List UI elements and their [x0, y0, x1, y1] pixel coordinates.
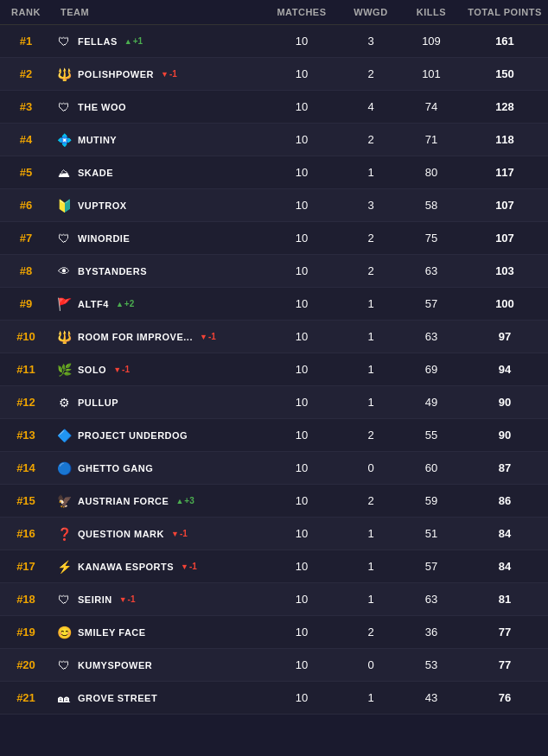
- team-name: GHETTO GANG: [78, 463, 153, 473]
- kills-cell: 55: [401, 429, 462, 442]
- kills-cell: 36: [401, 626, 462, 638]
- team-icon: 🚩: [55, 295, 73, 313]
- table-row[interactable]: #9 🚩 ALTF4 +2 10 1 57 100: [0, 288, 548, 321]
- wwgd-cell: 4: [341, 100, 401, 113]
- table-row[interactable]: #3 🛡 THE WOO 10 4 74 128: [0, 91, 548, 124]
- team-cell: ❓ QUESTION MARK -1: [52, 522, 263, 546]
- kills-cell: 101: [401, 67, 462, 80]
- matches-cell: 10: [263, 35, 341, 48]
- team-cell: 🦅 AUSTRIAN FORCE +3: [52, 489, 263, 513]
- table-row[interactable]: #11 🌿 SOLO -1 10 1 69 94: [0, 353, 548, 386]
- table-row[interactable]: #16 ❓ QUESTION MARK -1 10 1 51 84: [0, 518, 548, 550]
- rank-cell: #17: [0, 560, 52, 573]
- team-icon: 👁: [55, 263, 73, 280]
- team-name: MUTINY: [78, 135, 117, 145]
- table-row[interactable]: #19 😊 SMILEY FACE 10 2 36 77: [0, 616, 548, 649]
- team-name: SMILEY FACE: [78, 627, 146, 638]
- total-points-cell: 94: [462, 363, 548, 376]
- wwgd-cell: 1: [341, 560, 401, 573]
- total-points-cell: 81: [462, 593, 548, 606]
- rank-change-badge: +2: [116, 299, 134, 308]
- matches-cell: 10: [263, 494, 341, 507]
- matches-cell: 10: [263, 658, 341, 671]
- table-row[interactable]: #7 🛡 WINORDIE 10 2 75 107: [0, 222, 548, 255]
- total-points-cell: 84: [462, 560, 548, 573]
- team-icon: 🛡: [55, 33, 73, 50]
- team-cell: 🛡 THE WOO: [52, 95, 263, 119]
- leaderboard-table: RANK TEAM MATCHES WWGD KILLS TOTAL POINT…: [0, 0, 548, 715]
- kills-cell: 63: [401, 264, 462, 277]
- rank-cell: #16: [0, 527, 52, 540]
- total-points-cell: 128: [462, 100, 548, 113]
- table-row[interactable]: #1 🛡 FELLAS +1 10 3 109 161: [0, 25, 548, 58]
- kills-cell: 60: [401, 461, 462, 474]
- wwgd-cell: 1: [341, 527, 401, 540]
- table-row[interactable]: #5 ⛰ SKADE 10 1 80 117: [0, 156, 548, 189]
- team-cell: 🔷 PROJECT UNDERDOG: [52, 423, 263, 448]
- table-row[interactable]: #2 🔱 POLISHPOWER -1 10 2 101 150: [0, 58, 548, 91]
- wwgd-cell: 2: [341, 429, 401, 442]
- total-points-cell: 107: [462, 199, 548, 212]
- team-name: POLISHPOWER: [78, 69, 154, 79]
- team-name: SOLO: [78, 365, 106, 375]
- table-row[interactable]: #4 💠 MUTINY 10 2 71 118: [0, 124, 548, 156]
- team-cell: 🏘 GROVE STREET: [52, 686, 263, 710]
- kills-cell: 43: [401, 691, 462, 704]
- table-row[interactable]: #6 🔰 VUPTROX 10 3 58 107: [0, 189, 548, 222]
- kills-cell: 69: [401, 363, 462, 376]
- total-points-cell: 86: [462, 494, 548, 507]
- rank-cell: #15: [0, 494, 52, 507]
- table-row[interactable]: #8 👁 BYSTANDERS 10 2 63 103: [0, 255, 548, 288]
- team-name: VUPTROX: [78, 200, 127, 211]
- team-name: WINORDIE: [78, 233, 130, 244]
- matches-cell: 10: [263, 264, 341, 277]
- total-points-cell: 87: [462, 461, 548, 474]
- team-name: ROOM FOR IMPROVE...: [78, 332, 193, 342]
- rank-cell: #2: [0, 67, 52, 80]
- rank-change-badge: -1: [181, 562, 197, 571]
- wwgd-cell: 2: [341, 626, 401, 638]
- table-row[interactable]: #17 ⚡ KANAWA ESPORTS -1 10 1 57 84: [0, 550, 548, 583]
- rank-header: RANK: [0, 7, 52, 17]
- team-name: KANAWA ESPORTS: [78, 562, 174, 572]
- kills-cell: 71: [401, 133, 462, 146]
- matches-cell: 10: [263, 166, 341, 179]
- kills-cell: 80: [401, 166, 462, 179]
- team-cell: ⚡ KANAWA ESPORTS -1: [52, 555, 263, 579]
- team-icon: ⛰: [55, 164, 73, 181]
- team-name: ALTF4: [78, 299, 109, 309]
- wwgd-cell: 1: [341, 363, 401, 376]
- table-row[interactable]: #18 🛡 SEIRIN -1 10 1 63 81: [0, 583, 548, 616]
- total-points-cell: 77: [462, 658, 548, 671]
- rank-cell: #19: [0, 626, 52, 638]
- kills-cell: 63: [401, 330, 462, 343]
- kills-cell: 75: [401, 232, 462, 245]
- team-name: BYSTANDERS: [78, 266, 147, 276]
- table-body: #1 🛡 FELLAS +1 10 3 109 161 #2 🔱 POLISHP…: [0, 25, 548, 715]
- team-cell: ⛰ SKADE: [52, 161, 263, 185]
- rank-cell: #6: [0, 199, 52, 212]
- total-points-cell: 97: [462, 330, 548, 343]
- table-row[interactable]: #12 ⚙ PULLUP 10 1 49 90: [0, 386, 548, 419]
- team-icon: 🔷: [55, 427, 73, 444]
- table-row[interactable]: #15 🦅 AUSTRIAN FORCE +3 10 2 59 86: [0, 485, 548, 518]
- total-points-cell: 103: [462, 264, 548, 277]
- kills-cell: 63: [401, 593, 462, 606]
- team-cell: 🔵 GHETTO GANG: [52, 456, 263, 480]
- table-row[interactable]: #13 🔷 PROJECT UNDERDOG 10 2 55 90: [0, 419, 548, 452]
- kills-header: KILLS: [401, 7, 462, 17]
- table-row[interactable]: #21 🏘 GROVE STREET 10 1 43 76: [0, 682, 548, 715]
- rank-cell: #7: [0, 232, 52, 245]
- team-name: PULLUP: [78, 397, 118, 408]
- matches-cell: 10: [263, 330, 341, 343]
- total-points-cell: 90: [462, 396, 548, 409]
- table-row[interactable]: #14 🔵 GHETTO GANG 10 0 60 87: [0, 452, 548, 485]
- team-name: AUSTRIAN FORCE: [78, 496, 169, 506]
- total-points-cell: 150: [462, 67, 548, 80]
- wwgd-cell: 0: [341, 658, 401, 671]
- wwgd-cell: 2: [341, 133, 401, 146]
- table-row[interactable]: #10 🔱 ROOM FOR IMPROVE... -1 10 1 63 97: [0, 321, 548, 353]
- table-row[interactable]: #20 🛡 KUMYSPOWER 10 0 53 77: [0, 649, 548, 682]
- matches-cell: 10: [263, 100, 341, 113]
- total-points-cell: 107: [462, 232, 548, 245]
